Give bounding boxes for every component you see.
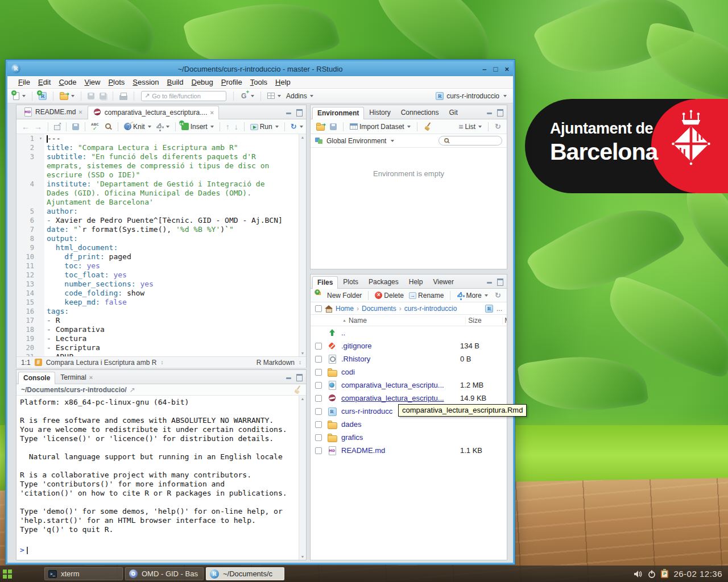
- file-checkbox[interactable]: [315, 369, 322, 376]
- refresh-environment-button[interactable]: ↻: [493, 122, 503, 132]
- environment-scope-dropdown[interactable]: Global Environment: [326, 137, 386, 145]
- file-link[interactable]: dades: [341, 420, 460, 429]
- save-button[interactable]: [86, 92, 96, 101]
- close-tab-icon[interactable]: ×: [89, 374, 93, 381]
- next-chunk-button[interactable]: ↓: [233, 122, 240, 132]
- menu-build[interactable]: Build: [163, 77, 188, 88]
- scroll-down-icon[interactable]: ▼: [299, 555, 306, 559]
- scroll-up-icon[interactable]: ▲: [299, 135, 306, 139]
- minimize-button[interactable]: –: [482, 65, 486, 73]
- list-view-button[interactable]: ≡List: [457, 122, 483, 132]
- clear-environment-button[interactable]: [422, 121, 433, 132]
- maximize-pane-button[interactable]: [295, 373, 303, 381]
- menu-view[interactable]: View: [80, 77, 104, 88]
- run-button[interactable]: Run: [249, 122, 280, 132]
- files-tab-files[interactable]: Files: [312, 276, 338, 289]
- file-link[interactable]: grafics: [341, 433, 460, 442]
- file-checkbox[interactable]: [315, 408, 322, 415]
- window-titlebar[interactable]: ~/Documents/curs-r-introduccio - master …: [7, 61, 513, 76]
- rename-file-button[interactable]: Rename: [407, 290, 445, 301]
- clear-console-icon[interactable]: [293, 385, 301, 394]
- scroll-up-icon[interactable]: ▲: [299, 397, 306, 401]
- file-link[interactable]: codi: [341, 368, 460, 376]
- console-output[interactable]: Platform: x86_64-pc-linux-gnu (64-bit)R …: [16, 396, 306, 560]
- file-checkbox[interactable]: [315, 382, 322, 389]
- editor-save-button[interactable]: [71, 122, 81, 131]
- files-tab-plots[interactable]: Plots: [338, 276, 363, 288]
- app-menu-button[interactable]: [0, 566, 19, 582]
- console-scrollbar[interactable]: ▲ ▼: [299, 396, 306, 560]
- menu-tools[interactable]: Tools: [246, 77, 271, 88]
- minimize-pane-button[interactable]: [285, 373, 293, 381]
- console-tab-console[interactable]: Console: [18, 372, 55, 384]
- menu-edit[interactable]: Edit: [34, 77, 55, 88]
- breadcrumb-home[interactable]: Home: [336, 305, 354, 313]
- select-all-checkbox[interactable]: [315, 305, 322, 312]
- more-button[interactable]: More: [455, 290, 489, 301]
- import-dataset-button[interactable]: Import Dataset: [348, 122, 412, 132]
- close-tab-icon[interactable]: ×: [210, 109, 214, 116]
- knit-settings-button[interactable]: [154, 122, 171, 131]
- file-type-label[interactable]: R Markdown: [257, 359, 295, 367]
- file-checkbox[interactable]: [315, 343, 322, 350]
- workspace-panes-button[interactable]: [266, 92, 283, 100]
- delete-file-button[interactable]: Delete: [373, 290, 406, 301]
- taskbar-item-documents-c[interactable]: ~/Documents/c: [206, 567, 284, 580]
- section-title[interactable]: Compara Lectura i Escriptura amb R: [46, 359, 157, 367]
- find-button[interactable]: [103, 122, 114, 131]
- menu-help[interactable]: Help: [271, 77, 295, 88]
- knit-button[interactable]: Knit: [122, 122, 153, 132]
- rerun-button[interactable]: ↻: [289, 122, 305, 132]
- save-all-button[interactable]: [98, 92, 108, 101]
- menu-debug[interactable]: Debug: [188, 77, 217, 88]
- file-link[interactable]: ..: [341, 329, 460, 337]
- back-button[interactable]: ←: [20, 122, 31, 132]
- goto-file-input[interactable]: [152, 93, 214, 99]
- taskbar-item-omd-gid-bas[interactable]: OMD - GID - Bas: [125, 567, 204, 580]
- maximize-pane-button[interactable]: [496, 108, 504, 116]
- addins-dropdown[interactable]: Addins: [284, 91, 315, 101]
- menu-file[interactable]: File: [14, 77, 34, 88]
- open-file-button[interactable]: [58, 91, 76, 101]
- files-tab-viewer[interactable]: Viewer: [428, 276, 458, 288]
- environment-tab-environment[interactable]: Environment: [312, 107, 364, 119]
- minimize-pane-button[interactable]: [486, 108, 494, 116]
- minimize-pane-button[interactable]: [285, 108, 293, 116]
- power-icon[interactable]: [648, 570, 656, 578]
- column-header-name[interactable]: ▲Name: [342, 317, 465, 325]
- clock[interactable]: 26-02 12:36: [673, 569, 722, 579]
- new-file-button[interactable]: [11, 91, 27, 101]
- load-workspace-button[interactable]: [315, 122, 326, 132]
- environment-search-input[interactable]: [453, 138, 498, 144]
- save-workspace-button[interactable]: [328, 122, 338, 131]
- files-tab-packages[interactable]: Packages: [363, 276, 404, 288]
- new-folder-button[interactable]: New Folder: [315, 290, 363, 301]
- maximize-pane-button[interactable]: [295, 108, 303, 116]
- maximize-pane-button[interactable]: [496, 277, 504, 285]
- environment-tab-git[interactable]: Git: [444, 106, 462, 119]
- forward-button[interactable]: →: [32, 122, 44, 132]
- home-icon[interactable]: [325, 305, 333, 312]
- file-checkbox[interactable]: [315, 447, 322, 454]
- taskbar-item-xterm[interactable]: xterm: [44, 567, 123, 580]
- console-prompt[interactable]: >: [16, 543, 299, 555]
- console-tab-terminal[interactable]: Terminal×: [55, 371, 98, 384]
- close-button[interactable]: ×: [504, 65, 509, 73]
- breadcrumb-curs-r-introduccio[interactable]: curs-r-introduccio: [404, 305, 457, 313]
- environment-tab-connections[interactable]: Connections: [396, 106, 444, 119]
- project-selector[interactable]: curs-r-introduccio: [433, 91, 509, 101]
- popout-button[interactable]: [52, 122, 62, 131]
- insert-chunk-button[interactable]: Insert: [180, 122, 216, 132]
- column-header-size[interactable]: Size: [465, 317, 502, 325]
- editor-scrollbar[interactable]: ▲ ▼: [299, 134, 306, 356]
- open-dir-icon[interactable]: ↗: [130, 386, 135, 394]
- version-control-button[interactable]: [238, 91, 256, 101]
- menu-plots[interactable]: Plots: [104, 77, 129, 88]
- menu-profile[interactable]: Profile: [217, 77, 246, 88]
- file-checkbox[interactable]: [315, 356, 322, 363]
- file-link[interactable]: comparativa_lectura_escriptu...: [341, 394, 460, 402]
- file-link[interactable]: .gitignore: [341, 342, 460, 350]
- scroll-down-icon[interactable]: ▼: [299, 351, 306, 355]
- file-link[interactable]: README.md: [341, 446, 460, 455]
- file-link[interactable]: .Rhistory: [341, 355, 460, 363]
